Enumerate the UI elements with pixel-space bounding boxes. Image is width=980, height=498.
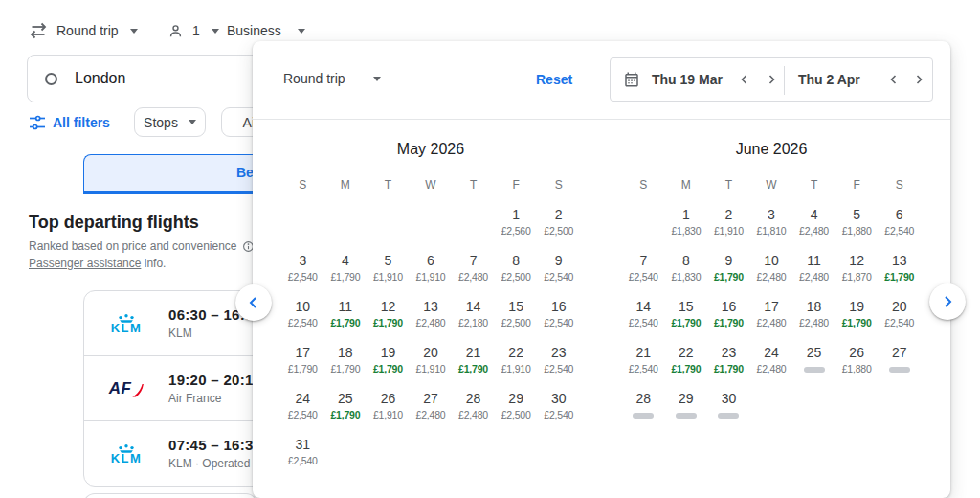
calendar-day[interactable]: 3£1,810 (750, 206, 793, 252)
calendar-day[interactable]: 15£1,790 (665, 298, 708, 344)
calendar-day[interactable]: 12£1,870 (835, 252, 879, 298)
calendar-day[interactable]: 20£2,540 (878, 298, 921, 344)
calendar-day[interactable]: 30£2,540 (537, 390, 580, 436)
calendar-day[interactable]: 20£1,910 (410, 344, 453, 390)
calendar-day[interactable]: 16£2,540 (537, 298, 580, 344)
filter-sliders-icon (29, 114, 46, 131)
departure-date-prev-button[interactable] (735, 70, 754, 89)
calendar-day[interactable]: 18£2,480 (792, 298, 835, 344)
calendar-day[interactable]: 4£2,480 (792, 206, 835, 252)
next-months-button[interactable] (929, 283, 966, 320)
calendar-day[interactable]: 2£2,500 (537, 206, 580, 252)
day-price: £1,880 (835, 363, 879, 374)
calendar-day[interactable]: 8£1,830 (665, 252, 708, 298)
day-number: 25 (792, 344, 835, 361)
day-price: £1,790 (707, 271, 750, 283)
calendar-day[interactable]: 21£2,540 (622, 344, 665, 390)
calendar-day[interactable]: 5£1,910 (367, 252, 410, 298)
calendar-day[interactable]: 29£2,500 (495, 390, 538, 436)
calendar-day[interactable]: 1£2,560 (495, 206, 538, 252)
calendar-day[interactable]: 16£1,790 (707, 298, 750, 344)
calendar-day[interactable]: 6£2,540 (878, 206, 921, 252)
calendar-day[interactable]: 4£1,790 (324, 252, 368, 298)
calendar-day[interactable]: 31£2,540 (281, 436, 324, 482)
calendar-day[interactable]: 28£2,480 (452, 390, 495, 436)
calendar-day[interactable]: 27 (878, 344, 921, 390)
day-number: 19 (367, 344, 410, 361)
reset-button[interactable]: Reset (536, 72, 572, 87)
previous-months-button[interactable] (235, 284, 272, 321)
calendar-day[interactable]: 17£1,790 (281, 344, 324, 390)
day-number: 3 (750, 206, 793, 223)
day-number: 20 (878, 298, 921, 315)
departure-date-field[interactable]: Thu 19 Mar (652, 72, 723, 87)
calendar-day[interactable]: 26£1,880 (835, 344, 879, 390)
return-date-field[interactable]: Thu 2 Apr (798, 72, 860, 87)
calendar-day[interactable]: 21£1,790 (452, 344, 495, 390)
chevron-right-icon (766, 74, 777, 85)
calendar-day[interactable]: 22£1,910 (495, 344, 538, 390)
return-date-prev-button[interactable] (884, 70, 903, 89)
calendar-day[interactable]: 15£2,500 (495, 298, 538, 344)
calendar-day[interactable]: 26£1,910 (367, 390, 410, 436)
calendar-day[interactable]: 17£2,480 (750, 298, 793, 344)
calendar-day[interactable]: 7£2,480 (452, 252, 495, 298)
calendar-day[interactable]: 30 (707, 390, 750, 436)
calendar-day[interactable]: 19£1,790 (367, 344, 410, 390)
cabin-class-dropdown[interactable]: Business (227, 20, 305, 41)
calendar-day[interactable]: 25 (792, 344, 835, 390)
calendar-day[interactable]: 18£1,790 (324, 344, 368, 390)
calendar-day[interactable]: 8£2,500 (495, 252, 538, 298)
day-number: 3 (281, 252, 324, 269)
calendar-day[interactable]: 5£1,880 (835, 206, 879, 252)
calendar-day[interactable]: 19£1,790 (835, 298, 879, 344)
day-price: £1,910 (367, 409, 410, 420)
calendar-day[interactable]: 2£1,910 (707, 206, 750, 252)
calendar-day[interactable]: 25£1,790 (324, 390, 368, 436)
day-price: £1,790 (878, 271, 921, 283)
calendar-day[interactable]: 10£2,480 (750, 252, 793, 298)
google-flights-page: Round trip 1 Business London All filters… (0, 0, 980, 498)
klm-logo-text: KLM (111, 453, 143, 464)
calendar-day[interactable]: 12£1,790 (367, 298, 410, 344)
calendar-day[interactable]: 10£2,540 (281, 298, 324, 344)
calendar-day[interactable]: 28 (622, 390, 665, 436)
calendar-day[interactable]: 13£2,480 (410, 298, 453, 344)
calendar-day[interactable]: 11£1,790 (324, 298, 368, 344)
calendar-day[interactable]: 27£2,480 (410, 390, 453, 436)
stops-filter-chip[interactable]: Stops (134, 107, 206, 137)
month-title: May 2026 (281, 135, 580, 160)
calendar-day[interactable]: 24£2,540 (281, 390, 324, 436)
price-loading-pill (676, 413, 697, 419)
calendar-day[interactable]: 1£1,830 (665, 206, 708, 252)
day-number: 18 (792, 298, 835, 315)
calendar-day[interactable]: 22£1,790 (665, 344, 708, 390)
calendar-day[interactable]: 11£2,480 (792, 252, 835, 298)
departure-date-next-button[interactable] (762, 70, 781, 89)
calendar-day[interactable]: 14£2,180 (452, 298, 495, 344)
passenger-assistance-link[interactable]: Passenger assistance (29, 257, 141, 270)
calendar-day[interactable]: 6£1,910 (410, 252, 453, 298)
calendar-day[interactable]: 3£2,540 (281, 252, 324, 298)
trip-type-dropdown[interactable]: Round trip (29, 20, 138, 41)
calendar-day[interactable]: 13£1,790 (878, 252, 921, 298)
day-price: £1,790 (367, 363, 410, 374)
calendar-day[interactable]: 23£1,790 (707, 344, 750, 390)
klm-logo: KLM (84, 444, 168, 464)
calendar-day[interactable]: 9£2,540 (537, 252, 580, 298)
calendar-day[interactable]: 24£2,480 (750, 344, 793, 390)
day-price: £2,540 (537, 363, 580, 374)
passenger-count-dropdown[interactable]: 1 (167, 20, 219, 41)
day-number: 12 (835, 252, 879, 269)
return-date-next-button[interactable] (909, 70, 928, 89)
day-number: 8 (665, 252, 708, 269)
calendar-day[interactable]: 7£2,540 (622, 252, 665, 298)
origin-value: London (75, 70, 125, 87)
all-filters-button[interactable]: All filters (29, 114, 110, 131)
calendar-day[interactable]: 23£2,540 (537, 344, 580, 390)
calendar-day[interactable]: 29 (665, 390, 708, 436)
calendar-day[interactable]: 14£2,540 (622, 298, 665, 344)
calendar-day[interactable]: 9£1,790 (707, 252, 750, 298)
day-price: £1,790 (707, 317, 750, 328)
panel-trip-type-dropdown[interactable]: Round trip (283, 71, 381, 86)
